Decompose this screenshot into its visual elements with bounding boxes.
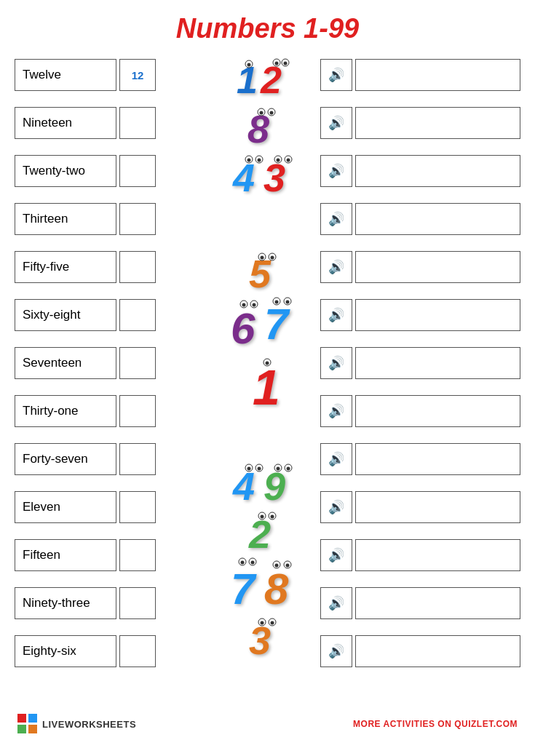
list-item: Ninety-three [15, 581, 211, 625]
word-label: Forty-seven [15, 443, 116, 475]
word-label: Ninety-three [15, 587, 116, 619]
svg-point-70 [270, 621, 274, 625]
text-answer-input[interactable] [355, 107, 520, 139]
cartoon-number: 1 2 [215, 53, 317, 101]
word-label: Eighty-six [15, 635, 116, 667]
speaker-button[interactable]: 🔊 [320, 539, 352, 571]
svg-point-68 [260, 621, 263, 625]
svg-point-63 [275, 564, 279, 568]
word-label: Nineteen [15, 107, 116, 139]
right-row-item: 🔊 [320, 533, 520, 577]
right-row-item: 🔊 [320, 53, 520, 97]
right-row-item: 🔊 [320, 485, 520, 529]
speaker-button[interactable]: 🔊 [320, 299, 352, 331]
main-layout: Twelve 12 Nineteen Twenty-two Thirteen F… [15, 53, 520, 708]
svg-point-46 [257, 467, 261, 471]
text-answer-input[interactable] [355, 491, 520, 523]
right-row-item: 🔊 [320, 101, 520, 145]
svg-text:7: 7 [231, 565, 257, 611]
word-label: Fifty-five [15, 251, 116, 283]
right-row-item: 🔊 [320, 629, 520, 673]
left-column: Twelve 12 Nineteen Twenty-two Thirteen F… [15, 53, 211, 677]
answer-input[interactable]: 12 [119, 59, 156, 91]
cartoon-number [215, 197, 317, 245]
svg-point-65 [286, 564, 290, 568]
word-label: Fifteen [15, 539, 116, 571]
svg-point-44 [247, 467, 250, 471]
svg-point-18 [257, 159, 261, 162]
cartoon-number [215, 660, 317, 708]
speaker-button[interactable]: 🔊 [320, 395, 352, 427]
word-label: Seventeen [15, 347, 116, 379]
answer-input[interactable] [119, 299, 156, 331]
speaker-button[interactable]: 🔊 [320, 443, 352, 475]
text-answer-input[interactable] [355, 587, 520, 619]
svg-point-16 [247, 159, 250, 162]
svg-point-50 [286, 467, 290, 471]
svg-point-12 [270, 111, 274, 115]
answer-input[interactable] [119, 539, 156, 571]
quizlet-text: MORE ACTIVITIES ON QUIZLET.COM [353, 719, 518, 729]
svg-text:7: 7 [264, 300, 290, 349]
svg-point-5 [275, 62, 279, 65]
list-item: Seventeen [15, 341, 211, 385]
svg-point-59 [241, 561, 245, 565]
speaker-button[interactable]: 🔊 [320, 587, 352, 619]
answer-input[interactable] [119, 251, 156, 283]
right-row-item: 🔊 [320, 197, 520, 241]
text-answer-input[interactable] [355, 203, 520, 235]
answer-input[interactable] [119, 443, 156, 475]
answer-input[interactable] [119, 155, 156, 187]
right-row-item: 🔊 [320, 581, 520, 625]
text-answer-input[interactable] [355, 635, 520, 667]
svg-point-20 [276, 159, 280, 162]
svg-point-35 [275, 301, 279, 304]
speaker-button[interactable]: 🔊 [320, 107, 352, 139]
answer-input[interactable] [119, 587, 156, 619]
svg-point-10 [260, 111, 263, 115]
speaker-button[interactable]: 🔊 [320, 251, 352, 283]
list-item: Eighty-six [15, 629, 211, 673]
text-answer-input[interactable] [355, 299, 520, 331]
text-answer-input[interactable] [355, 155, 520, 187]
text-answer-input[interactable] [355, 251, 520, 283]
svg-text:9: 9 [263, 464, 285, 504]
svg-point-27 [270, 256, 274, 260]
speaker-button[interactable]: 🔊 [320, 203, 352, 235]
answer-input[interactable] [119, 107, 156, 139]
word-label: Thirteen [15, 203, 116, 235]
right-row-item: 🔊 [320, 149, 520, 193]
answer-input[interactable] [119, 395, 156, 427]
word-label: Sixty-eight [15, 299, 116, 331]
speaker-button[interactable]: 🔊 [320, 347, 352, 379]
answer-input[interactable] [119, 491, 156, 523]
text-answer-input[interactable] [355, 59, 520, 91]
speaker-button[interactable]: 🔊 [320, 491, 352, 523]
text-answer-input[interactable] [355, 443, 520, 475]
svg-point-40 [265, 362, 269, 365]
speaker-button[interactable]: 🔊 [320, 59, 352, 91]
text-answer-input[interactable] [355, 395, 520, 427]
answer-input[interactable] [119, 347, 156, 379]
svg-point-61 [251, 561, 255, 565]
right-row-item: 🔊 [320, 389, 520, 433]
list-item: Fifty-five [15, 245, 211, 289]
cartoon-number: 1 [215, 351, 317, 410]
word-label: Twelve [15, 59, 116, 91]
svg-point-22 [286, 159, 290, 162]
list-item: Twelve 12 [15, 53, 211, 97]
text-answer-input[interactable] [355, 539, 520, 571]
list-item: Twenty-two [15, 149, 211, 193]
page-title: Numbers 1-99 [15, 7, 520, 44]
logo-squares-icon [17, 714, 38, 734]
speaker-button[interactable]: 🔊 [320, 155, 352, 187]
right-row-item: 🔊 [320, 293, 520, 337]
text-answer-input[interactable] [355, 347, 520, 379]
answer-input[interactable] [119, 203, 156, 235]
cartoon-number [215, 410, 317, 458]
answer-input[interactable] [119, 635, 156, 667]
list-item: Eleven [15, 485, 211, 529]
list-item: Forty-seven [15, 437, 211, 481]
liveworksheets-logo: LIVEWORKSHEETS [17, 714, 136, 734]
speaker-button[interactable]: 🔊 [320, 635, 352, 667]
